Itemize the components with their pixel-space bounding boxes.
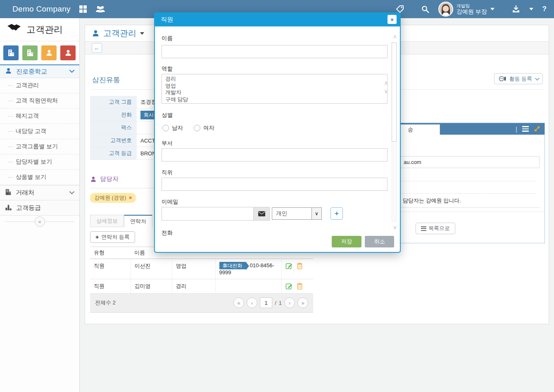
next-page-button[interactable]: › bbox=[284, 297, 295, 308]
role-option[interactable]: 개발자 bbox=[162, 89, 387, 96]
edit-icon[interactable] bbox=[285, 283, 292, 290]
modal-title: 직원 bbox=[161, 16, 173, 24]
scroll-down-icon[interactable]: ∨ bbox=[393, 224, 397, 230]
building-icon bbox=[5, 189, 12, 197]
tag-icon[interactable] bbox=[396, 5, 404, 13]
download-icon[interactable] bbox=[512, 5, 520, 13]
tab-detail-info[interactable]: 상세정보 bbox=[90, 215, 124, 227]
radio-female[interactable]: 여자 bbox=[194, 124, 214, 132]
delete-icon[interactable] bbox=[297, 262, 303, 269]
name-input[interactable] bbox=[162, 45, 388, 58]
person-red-button[interactable] bbox=[60, 45, 76, 60]
cell-phone: 휴대전화010-8456-9999 bbox=[215, 259, 281, 279]
sidebar-item-my-customers[interactable]: 내담당 고객 bbox=[0, 124, 79, 139]
contacts-table: 유형 이름 직원 이선진 영업 휴대전화010-8456-9999 bbox=[90, 247, 313, 313]
sidebar-group-school[interactable]: 진로중학교 bbox=[0, 64, 79, 78]
email-value: au.com bbox=[404, 159, 421, 165]
cancel-button[interactable]: 취소 bbox=[365, 236, 394, 247]
envelope-button[interactable] bbox=[254, 207, 270, 221]
contact-tabs: 상세정보 연락처 bbox=[90, 215, 152, 227]
add-contact-button[interactable]: + 연락처 등록 bbox=[90, 231, 135, 243]
scroll-up-icon[interactable]: ∧ bbox=[393, 33, 397, 40]
table-row[interactable]: 직원 김미영 경리 bbox=[90, 279, 313, 293]
add-email-button[interactable]: + bbox=[330, 207, 343, 220]
sidebar-item-by-manager[interactable]: 담당자별 보기 bbox=[0, 154, 79, 170]
page-title-caret-icon[interactable] bbox=[140, 32, 144, 35]
sidebar-item-label: 고객관리 bbox=[16, 82, 39, 89]
role-option[interactable]: 영업 bbox=[162, 83, 387, 90]
column-header-type: 유형 bbox=[90, 247, 131, 259]
sidebar-item-label: 담당자별 보기 bbox=[16, 158, 52, 166]
last-page-button[interactable]: » bbox=[297, 297, 308, 308]
table-row[interactable]: 직원 이선진 영업 휴대전화010-8456-9999 bbox=[90, 259, 313, 279]
role-option[interactable]: 구매 담당 bbox=[162, 96, 387, 103]
sidebar-group-vendors[interactable]: 거래처 bbox=[0, 185, 79, 200]
expand-icon[interactable] bbox=[534, 126, 540, 132]
vendor-green-button[interactable] bbox=[22, 45, 38, 60]
page-input[interactable] bbox=[260, 297, 272, 308]
close-icon[interactable]: × bbox=[388, 15, 397, 24]
back-button[interactable]: ← bbox=[92, 43, 102, 53]
sidebar-item-by-product[interactable]: 상품별 보기 bbox=[0, 170, 79, 185]
download-caret-icon[interactable] bbox=[529, 8, 533, 10]
delete-icon[interactable] bbox=[297, 283, 303, 290]
page-count: 1 bbox=[279, 300, 282, 306]
cell-phone bbox=[215, 279, 281, 293]
chevron-down-icon[interactable]: ∨ bbox=[384, 89, 388, 93]
user-team: 개발팀 bbox=[457, 3, 487, 9]
sidebar-item-label: 상품별 보기 bbox=[16, 173, 46, 181]
chevron-up-icon[interactable]: ∧ bbox=[384, 81, 388, 85]
to-list-button[interactable]: 목록으로 bbox=[416, 223, 455, 234]
radio-female-label: 여자 bbox=[203, 124, 214, 132]
employee-modal: 직원 × 이름 역할 경리 영업 개발자 구매 담당 ∧ ∨ 성별 남자 여자 … bbox=[154, 12, 401, 253]
phone-label: 전화 bbox=[162, 229, 173, 237]
modal-header[interactable]: 직원 × bbox=[154, 12, 401, 26]
edit-icon[interactable] bbox=[285, 262, 292, 269]
sidebar-item-label: 고객 직원연락처 bbox=[16, 97, 58, 105]
role-option[interactable]: 경리 bbox=[162, 76, 387, 83]
position-input[interactable] bbox=[162, 178, 388, 191]
activity-button-label: 활동 등록 bbox=[509, 75, 532, 83]
total-count: 전체수 2 bbox=[95, 299, 116, 306]
sidebar-collapse-button[interactable]: « bbox=[35, 216, 45, 227]
prev-page-button[interactable]: ‹ bbox=[247, 297, 257, 308]
detail-label: 고객 등급 bbox=[90, 147, 137, 159]
email-type-select[interactable]: 개인 ∨ bbox=[272, 207, 322, 220]
email-input[interactable] bbox=[162, 207, 254, 221]
help-icon[interactable]: ? bbox=[542, 5, 547, 13]
sidebar-item-terminated[interactable]: 해지고객 bbox=[0, 109, 79, 124]
signature-note: 담당자는 강예원 입니다. bbox=[403, 197, 461, 204]
sidebar-item-employee-contacts[interactable]: 고객 직원연락처 bbox=[0, 93, 79, 109]
chevron-down-icon bbox=[69, 191, 74, 195]
person-orange-button[interactable] bbox=[41, 45, 57, 60]
search-icon[interactable] bbox=[421, 5, 429, 13]
radio-icon bbox=[162, 125, 169, 131]
activity-register-button[interactable]: 활동 등록 bbox=[494, 73, 543, 84]
role-listbox[interactable]: 경리 영업 개발자 구매 담당 bbox=[162, 74, 388, 104]
app-window: Demo Company 개발팀 강예원 부장 bbox=[0, 0, 554, 392]
cell-actions bbox=[281, 259, 313, 279]
brand-title: Demo Company bbox=[12, 5, 71, 14]
menu-icon[interactable] bbox=[522, 126, 529, 132]
people-group-icon[interactable] bbox=[95, 5, 105, 13]
apps-grid-icon[interactable] bbox=[79, 5, 87, 13]
company-blue-button[interactable] bbox=[3, 45, 19, 60]
scrollbar-thumb[interactable] bbox=[392, 43, 397, 142]
page-title[interactable]: 고객관리 bbox=[103, 28, 136, 39]
detail-label: 전화 bbox=[90, 109, 137, 121]
detail-label: 팩스 bbox=[90, 121, 137, 134]
user-menu[interactable]: 개발팀 강예원 부장 bbox=[438, 2, 495, 17]
person-icon bbox=[5, 67, 12, 76]
sidebar-group-grades[interactable]: 고객등급 bbox=[0, 200, 79, 216]
save-button[interactable]: 저장 bbox=[332, 236, 361, 247]
sidebar-item-customers[interactable]: 고객관리 bbox=[0, 78, 79, 93]
first-page-button[interactable]: « bbox=[233, 297, 244, 308]
cell-name: 이선진 bbox=[131, 259, 172, 279]
sidebar-item-by-group[interactable]: 고객그룹별 보기 bbox=[0, 139, 79, 154]
remove-tag-icon[interactable]: × bbox=[129, 195, 132, 201]
radio-male[interactable]: 남자 bbox=[162, 124, 183, 132]
department-input[interactable] bbox=[162, 148, 388, 162]
select-chevron-icon: ∨ bbox=[311, 208, 321, 219]
tab-contacts[interactable]: 연락처 bbox=[124, 215, 152, 227]
pagination: « ‹ / 1 › » bbox=[233, 297, 308, 308]
